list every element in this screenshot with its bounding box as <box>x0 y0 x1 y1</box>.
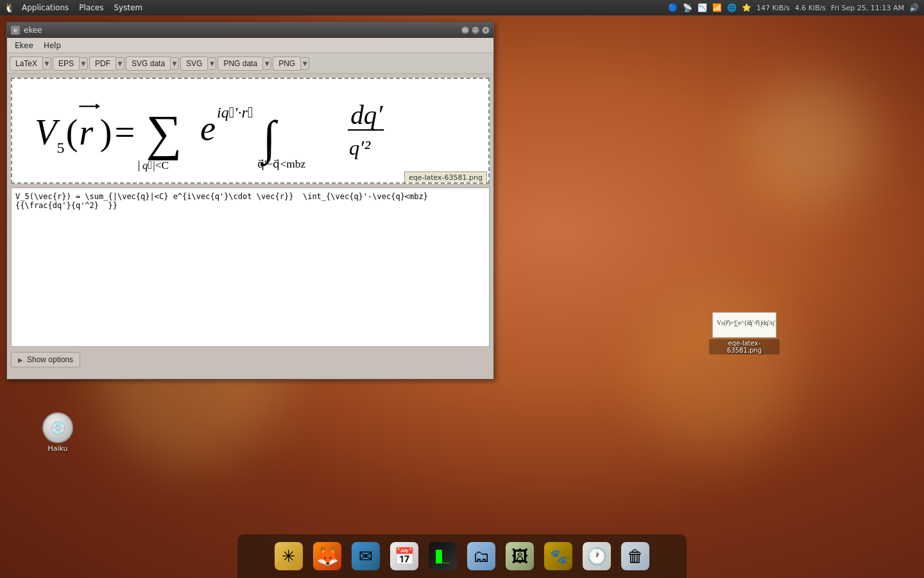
svg-text:|<C: |<C <box>153 159 169 171</box>
show-options-bar: ▶ Show options <box>7 347 493 372</box>
show-options-label: Show options <box>27 355 73 364</box>
places-menu[interactable]: Places <box>75 3 107 12</box>
bluetooth-icon: 🔵 <box>668 3 678 12</box>
menu-help[interactable]: Help <box>38 39 66 52</box>
toolbar-eps-dropdown[interactable]: ▼ <box>79 57 88 70</box>
svg-text:=: = <box>115 112 135 152</box>
desktop: e ekee _ □ × Ekee Help LaTeX ▼ EPS ▼ <box>0 15 924 578</box>
firefox-icon: 🦊 <box>313 542 341 570</box>
preview-inner: V 5 ( r ) = ∑ | <box>11 78 490 184</box>
toolbar-png-dropdown[interactable]: ▼ <box>300 57 309 70</box>
taskbar-left-apps: 🐧 Applications Places System <box>0 1 146 14</box>
dock-icon-firefox[interactable]: 🦊 <box>310 539 345 574</box>
toolbar-svg-dropdown[interactable]: ▼ <box>207 57 216 70</box>
ubuntu-icon[interactable]: 🐧 <box>3 1 15 14</box>
file-icon-label: eqe-latex-63581.png <box>709 339 780 355</box>
window-app-icon: e <box>11 26 20 35</box>
toolbar-pngdata-button[interactable]: PNG data <box>218 57 262 71</box>
toolbar-png-button[interactable]: PNG <box>273 57 300 71</box>
svg-text:∑: ∑ <box>146 105 182 161</box>
dock-icon-photos[interactable]: 🖼 <box>502 539 537 574</box>
clock-icon: 🕐 <box>583 542 611 570</box>
window-maximize-button[interactable]: □ <box>472 26 479 34</box>
network-icon: 📉 <box>697 3 707 12</box>
toolbar-svgdata-group: SVG data ▼ <box>126 57 179 71</box>
applications-menu[interactable]: Applications <box>18 3 73 12</box>
gimp-icon: 🐾 <box>544 542 572 570</box>
svg-text:dq′: dq′ <box>350 100 383 130</box>
settings-icon: ✳ <box>275 542 303 570</box>
terminal-icon: ▉_ <box>429 542 457 570</box>
dock-icon-files[interactable]: 🗂 <box>464 539 499 574</box>
system-menu[interactable]: System <box>110 3 146 12</box>
preview-area: V 5 ( r ) = ∑ | <box>7 74 493 188</box>
signal-icon: 📶 <box>712 3 722 12</box>
svg-text:q′²: q′² <box>349 136 371 159</box>
menu-bar: Ekee Help <box>7 38 493 53</box>
svg-text:q⃗′−q⃗<mbz: q⃗′−q⃗<mbz <box>257 158 306 170</box>
window-title: ekee <box>24 26 458 35</box>
svg-text:): ) <box>100 112 112 153</box>
latex-input[interactable]: V_5(\vec{r}) = \sum_{|\vec{q}|<C} e^{i\v… <box>12 188 489 346</box>
taskbar-right-status: 🔵 📡 📉 📶 🌐 ⭐ 147 KiB/s 4.6 KiB/s Fri Sep … <box>668 3 924 12</box>
toolbar-latex-dropdown[interactable]: ▼ <box>42 57 51 70</box>
menu-ekee[interactable]: Ekee <box>10 39 38 52</box>
toolbar-latex-group: LaTeX ▼ <box>10 57 51 71</box>
toolbar-eps-group: EPS ▼ <box>53 57 88 71</box>
desktop-file-icon-eqe[interactable]: V₅(r⃗)=∑e^{iq⃗'·r⃗}∫dq'/q'² eqe-latex-63… <box>709 312 780 355</box>
desktop-icon-haiku[interactable]: 💿 Haiku <box>38 412 77 453</box>
toolbar-pdf-dropdown[interactable]: ▼ <box>116 57 124 70</box>
orb-decoration-2 <box>744 80 873 208</box>
window-bottom-gap <box>7 372 493 379</box>
toolbar-pngdata-group: PNG data ▼ <box>218 57 271 71</box>
preview-tooltip: eqe-latex-63581.png <box>404 171 487 184</box>
window-close-button[interactable]: × <box>482 26 490 34</box>
trash-icon: 🗑 <box>621 542 649 570</box>
dock-icon-terminal[interactable]: ▉_ <box>425 539 460 574</box>
svg-text:5: 5 <box>57 139 65 156</box>
toolbar-png-group: PNG ▼ <box>273 57 309 71</box>
window-controls: _ □ × <box>461 26 490 34</box>
taskbar-bottom-dock: ✳ 🦊 ✉ 📅 ▉_ 🗂 🖼 🐾 🕐 🗑 <box>237 534 687 578</box>
file-thumbnail: V₅(r⃗)=∑e^{iq⃗'·r⃗}∫dq'/q'² <box>712 312 776 338</box>
ekee-window: e ekee _ □ × Ekee Help LaTeX ▼ EPS ▼ <box>6 22 494 380</box>
window-minimize-button[interactable]: _ <box>461 26 469 34</box>
toolbar-svgdata-dropdown[interactable]: ▼ <box>170 57 179 70</box>
toolbar: LaTeX ▼ EPS ▼ PDF ▼ SVG data ▼ SVG ▼ PNG… <box>7 53 493 74</box>
star-icon: ⭐ <box>742 3 751 12</box>
svg-text:(: ( <box>66 112 78 153</box>
window-titlebar: e ekee _ □ × <box>7 22 493 38</box>
equation-display: V 5 ( r ) = ∑ | <box>12 79 488 182</box>
svg-text:iq⃗′·r⃗: iq⃗′·r⃗ <box>217 104 253 121</box>
svg-text:q⃗: q⃗ <box>142 159 152 171</box>
latex-input-area: V_5(\vec{r}) = \sum_{|\vec{q}|<C} e^{i\v… <box>11 188 490 347</box>
show-options-button[interactable]: ▶ Show options <box>11 352 80 367</box>
dock-icon-clock[interactable]: 🕐 <box>579 539 614 574</box>
svg-marker-5 <box>96 103 100 109</box>
wifi-icon: 📡 <box>683 3 692 12</box>
toolbar-latex-button[interactable]: LaTeX <box>10 57 42 71</box>
photos-icon: 🖼 <box>506 542 534 570</box>
svg-text:e: e <box>200 109 216 148</box>
toolbar-pdf-button[interactable]: PDF <box>89 57 116 71</box>
toolbar-eps-button[interactable]: EPS <box>53 57 79 71</box>
chrome-icon: 🌐 <box>727 3 737 12</box>
toolbar-svg-button[interactable]: SVG <box>180 57 207 71</box>
dock-icon-gimp[interactable]: 🐾 <box>541 539 576 574</box>
dock-icon-thunderbird[interactable]: ✉ <box>348 539 383 574</box>
dock-icon-trash[interactable]: 🗑 <box>618 539 653 574</box>
calendar-icon: 📅 <box>390 542 418 570</box>
toolbar-svgdata-button[interactable]: SVG data <box>126 57 170 71</box>
dock-icon-calendar[interactable]: 📅 <box>387 539 422 574</box>
toolbar-svg-group: SVG ▼ <box>180 57 216 71</box>
haiku-icon-label: Haiku <box>47 444 67 453</box>
datetime-display: Fri Sep 25, 11:13 AM <box>831 4 904 12</box>
toolbar-pngdata-dropdown[interactable]: ▼ <box>262 57 271 70</box>
volume-icon[interactable]: 🔊 <box>909 3 919 12</box>
equation-svg: V 5 ( r ) = ∑ | <box>28 85 473 176</box>
dock-icon-settings[interactable]: ✳ <box>271 539 306 574</box>
svg-text:r: r <box>79 112 94 152</box>
svg-text:|: | <box>137 158 140 171</box>
chevron-right-icon: ▶ <box>18 356 23 363</box>
svg-text:V₅(r⃗)=∑e^{iq⃗'·r⃗}∫dq'/q'²: V₅(r⃗)=∑e^{iq⃗'·r⃗}∫dq'/q'² <box>717 320 775 327</box>
